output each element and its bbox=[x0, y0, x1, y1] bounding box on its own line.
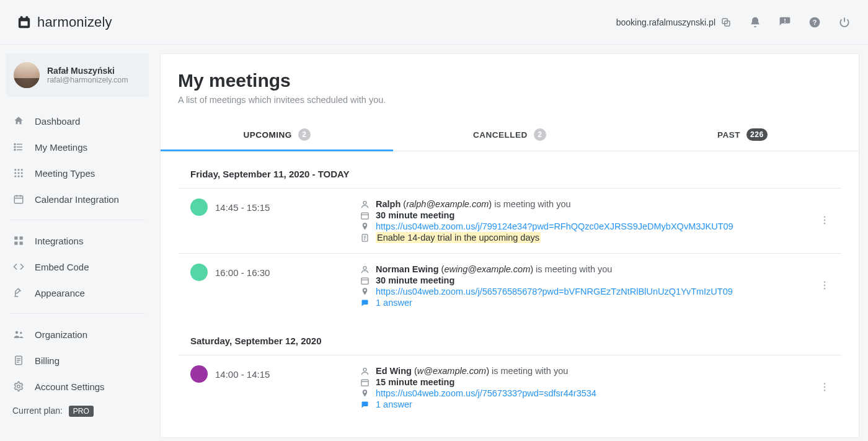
tab-upcoming[interactable]: UPCOMING 2 bbox=[161, 117, 393, 151]
svg-rect-23 bbox=[14, 196, 23, 203]
page-title: My meetings bbox=[178, 70, 841, 91]
tab-label: CANCELLED bbox=[473, 130, 528, 140]
meeting-link[interactable]: https://us04web.zoom.us/j/7567333?pwd=sd… bbox=[376, 388, 596, 398]
tab-cancelled[interactable]: CANCELLED 2 bbox=[393, 117, 626, 151]
svg-point-38 bbox=[363, 201, 366, 204]
meeting-type-row: 30 minute meeting bbox=[360, 275, 802, 286]
svg-rect-30 bbox=[20, 242, 23, 245]
note-icon bbox=[360, 233, 370, 243]
meeting-details: Ralph (ralph@example.com) is meeting wit… bbox=[360, 198, 802, 243]
gear-icon bbox=[12, 381, 25, 392]
appearance-icon bbox=[12, 287, 25, 298]
meeting-answers-row: 1 answer bbox=[360, 297, 802, 308]
tab-count: 2 bbox=[298, 128, 311, 141]
sidebar-item-appearance[interactable]: Appearance bbox=[6, 280, 149, 306]
svg-point-48 bbox=[363, 266, 366, 269]
meeting-link-row: https://us04web.zoom.us/j/56576585678?pw… bbox=[360, 286, 802, 297]
meeting-person: Ralph (ralph@example.com) is meeting wit… bbox=[376, 199, 571, 209]
svg-point-57 bbox=[824, 383, 826, 385]
tab-past[interactable]: PAST 226 bbox=[626, 117, 859, 151]
help-icon[interactable]: ? bbox=[808, 16, 821, 29]
person-icon bbox=[360, 265, 370, 274]
calendar-icon bbox=[12, 194, 25, 205]
sidebar-item-my-meetings[interactable]: My Meetings bbox=[6, 134, 149, 160]
svg-point-52 bbox=[824, 284, 826, 286]
group-title: Saturday, September 12, 2020 bbox=[178, 318, 841, 355]
sidebar-item-integrations[interactable]: Integrations bbox=[6, 228, 149, 254]
location-icon bbox=[360, 389, 370, 398]
sidebar-item-label: Dashboard bbox=[35, 116, 80, 127]
calendar-icon bbox=[360, 378, 370, 387]
sidebar-item-embed-code[interactable]: Embed Code bbox=[6, 254, 149, 280]
svg-point-11 bbox=[14, 144, 16, 145]
answers-icon bbox=[360, 298, 370, 308]
svg-rect-29 bbox=[14, 242, 17, 245]
meeting-answers[interactable]: 1 answer bbox=[376, 298, 412, 308]
meeting-note-row: Enable 14-day trial in the upcoming days bbox=[360, 232, 802, 243]
meeting-link-row: https://us04web.zoom.us/j/799124e34?pwd=… bbox=[360, 221, 802, 232]
app-header: harmonizely booking.rafalmuszynski.pl ? bbox=[0, 0, 868, 45]
power-icon[interactable] bbox=[838, 16, 851, 29]
person-icon bbox=[360, 367, 370, 376]
brand[interactable]: harmonizely bbox=[17, 14, 112, 30]
svg-point-17 bbox=[14, 172, 16, 174]
sidebar-item-label: Billing bbox=[35, 355, 60, 366]
color-dot bbox=[190, 264, 208, 281]
color-dot bbox=[190, 198, 208, 216]
user-email: rafal@harmonizely.com bbox=[47, 76, 128, 84]
svg-point-13 bbox=[14, 149, 16, 151]
svg-point-59 bbox=[824, 389, 826, 391]
bell-icon[interactable] bbox=[749, 16, 761, 29]
booking-url[interactable]: booking.rafalmuszynski.pl bbox=[616, 17, 732, 28]
sidebar-item-billing[interactable]: Billing bbox=[6, 347, 149, 373]
tabs: UPCOMING 2 CANCELLED 2 PAST 226 bbox=[161, 117, 859, 151]
svg-text:?: ? bbox=[813, 19, 817, 26]
meeting-type-row: 15 minute meeting bbox=[360, 376, 802, 388]
calendar-icon bbox=[360, 211, 370, 220]
home-icon bbox=[12, 115, 25, 127]
svg-point-12 bbox=[14, 146, 16, 148]
sidebar-item-meeting-types[interactable]: Meeting Types bbox=[6, 160, 149, 186]
user-name: Rafał Muszyński bbox=[47, 66, 128, 76]
svg-point-58 bbox=[824, 386, 826, 388]
meeting-answers[interactable]: 1 answer bbox=[376, 399, 412, 409]
meeting-type: 30 minute meeting bbox=[376, 275, 454, 285]
svg-rect-3 bbox=[20, 20, 29, 26]
svg-rect-27 bbox=[14, 236, 17, 239]
svg-point-19 bbox=[21, 172, 23, 174]
user-card[interactable]: Rafał Muszyński rafal@harmonizely.com bbox=[6, 53, 149, 97]
meeting-more-button[interactable] bbox=[813, 276, 836, 296]
page-subtitle: A list of meetings which invitees schedu… bbox=[178, 95, 841, 105]
svg-point-31 bbox=[16, 331, 19, 334]
meeting-person: Ed Wing (w@example.com) is meeting with … bbox=[376, 366, 568, 376]
feedback-icon[interactable] bbox=[779, 16, 791, 29]
svg-rect-1 bbox=[21, 16, 22, 19]
svg-point-22 bbox=[21, 176, 23, 177]
meeting-link[interactable]: https://us04web.zoom.us/j/799124e34?pwd=… bbox=[376, 221, 733, 231]
sidebar-item-organization[interactable]: Organization bbox=[6, 321, 149, 347]
meeting-more-button[interactable] bbox=[813, 211, 836, 231]
meeting-person-row: Ralph (ralph@example.com) is meeting wit… bbox=[360, 198, 802, 210]
meeting-link[interactable]: https://us04web.zoom.us/j/56576585678?pw… bbox=[376, 287, 733, 296]
meeting-row: 14:45 - 15:15Ralph (ralph@example.com) i… bbox=[178, 188, 841, 253]
sidebar-item-label: Organization bbox=[35, 329, 87, 340]
sidebar-item-calendar-integration[interactable]: Calendar Integration bbox=[6, 186, 149, 212]
calendar-icon bbox=[360, 276, 370, 285]
main-panel: My meetings A list of meetings which inv… bbox=[160, 53, 859, 438]
svg-rect-49 bbox=[361, 278, 368, 284]
meeting-answers-row: 1 answer bbox=[360, 399, 802, 410]
sidebar-item-label: Embed Code bbox=[35, 262, 89, 272]
svg-point-46 bbox=[824, 219, 826, 221]
sidebar-item-label: Appearance bbox=[35, 288, 85, 298]
meeting-more-button[interactable] bbox=[813, 378, 836, 398]
svg-rect-39 bbox=[361, 213, 368, 219]
sidebar-item-label: My Meetings bbox=[35, 142, 87, 153]
meeting-link-row: https://us04web.zoom.us/j/7567333?pwd=sd… bbox=[360, 388, 802, 399]
copy-icon[interactable] bbox=[720, 17, 732, 28]
receipt-icon bbox=[12, 355, 25, 366]
sidebar-item-dashboard[interactable]: Dashboard bbox=[6, 108, 149, 134]
sidebar-item-account-settings[interactable]: Account Settings bbox=[6, 373, 149, 399]
meeting-person-row: Norman Ewing (ewing@example.com) is meet… bbox=[360, 264, 802, 275]
svg-point-45 bbox=[824, 216, 826, 218]
svg-point-16 bbox=[21, 169, 23, 171]
